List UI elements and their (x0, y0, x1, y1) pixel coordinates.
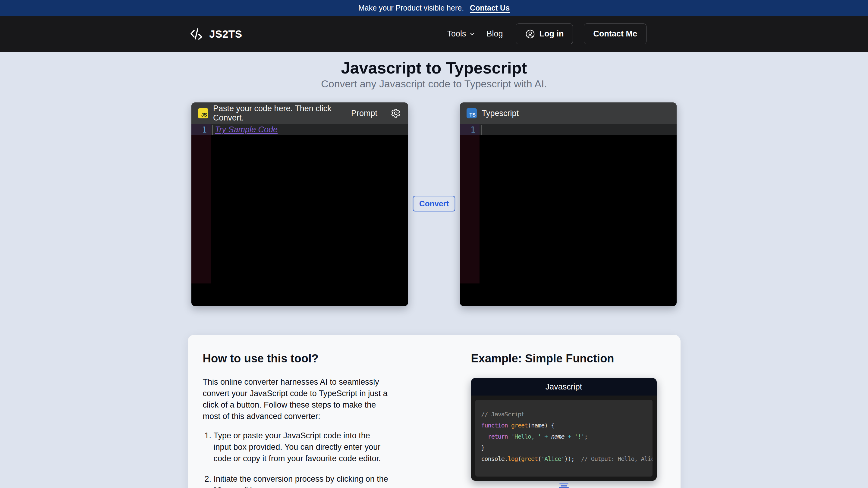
ts-panel-title: Typescript (482, 109, 519, 118)
how-to-title: How to use this tool? (203, 351, 390, 366)
login-label: Log in (539, 29, 564, 38)
how-to-step: Initiate the conversion process by click… (214, 473, 390, 488)
js-active-line: Try Sample Code (211, 124, 408, 135)
how-to-step: Type or paste your JavaScript code into … (214, 430, 390, 464)
code-brackets-icon (189, 27, 204, 41)
contact-me-button[interactable]: Contact Me (584, 24, 647, 44)
how-to-column: How to use this tool? This online conver… (203, 351, 390, 488)
typescript-icon: TS (467, 108, 477, 119)
page-title: Javascript to Typescript (0, 59, 868, 77)
chevron-down-icon (469, 31, 475, 37)
how-to-intro: This online converter harnesses AI to se… (203, 376, 390, 422)
text-cursor (212, 125, 213, 135)
example-code: // JavaScriptfunction greet(name) { retu… (475, 400, 652, 477)
ts-editor-gutter: 1 (460, 124, 479, 284)
example-title: Example: Simple Function (471, 351, 665, 366)
converter-section: JS Paste your code here. Then click Conv… (191, 102, 677, 306)
ts-line-number: 1 (460, 124, 479, 135)
settings-gear-icon[interactable] (391, 108, 401, 119)
javascript-icon: JS (198, 108, 208, 119)
nav-tools[interactable]: Tools (447, 29, 475, 38)
page-subtitle: Convert any Javascript code to Typescrip… (0, 77, 868, 90)
js-editor-gutter: 1 (191, 124, 211, 284)
ts-editor-footer (460, 284, 677, 306)
promo-message: Make your Product visible here. (358, 4, 464, 12)
js-editor-footer (191, 284, 408, 306)
convert-button[interactable]: Convert (413, 196, 456, 212)
ts-active-line (479, 124, 677, 135)
icon-under-wrap (471, 483, 657, 488)
promo-banner: Make your Product visible here. Contact … (0, 0, 868, 16)
try-sample-code-link[interactable]: Try Sample Code (215, 125, 278, 134)
brand-logo[interactable]: JS2TS (189, 27, 242, 41)
js-line-number: 1 (191, 124, 211, 135)
ts-editor-content[interactable] (479, 124, 677, 284)
promo-contact-us-link[interactable]: Contact Us (470, 4, 510, 12)
example-column: Example: Simple Function Javascript // J… (471, 351, 665, 488)
header-nav: Tools Blog Log in Contact Me (447, 24, 647, 44)
ts-code-editor[interactable]: 1 (460, 124, 677, 284)
nav-blog[interactable]: Blog (487, 29, 503, 38)
user-circle-icon (525, 29, 535, 39)
blue-lines-icon (559, 483, 569, 488)
example-code-card-body: // JavaScriptfunction greet(name) { retu… (471, 395, 657, 481)
js-panel-title: Paste your code here. Then click Convert… (213, 104, 341, 123)
js-input-panel: JS Paste your code here. Then click Conv… (191, 102, 408, 306)
brand-name: JS2TS (209, 28, 242, 40)
example-code-card-title: Javascript (471, 378, 657, 395)
example-code-card: Javascript // JavaScriptfunction greet(n… (471, 378, 657, 481)
js-code-editor[interactable]: 1 Try Sample Code (191, 124, 408, 284)
ts-panel-header: TS Typescript (460, 102, 677, 124)
ts-output-panel: TS Typescript 1 (460, 102, 677, 306)
nav-tools-label: Tools (447, 29, 466, 38)
js-editor-content[interactable]: Try Sample Code (211, 124, 408, 284)
site-header: JS2TS Tools Blog Log in Contact Me (0, 16, 868, 52)
text-cursor (481, 125, 482, 135)
prompt-button[interactable]: Prompt (351, 109, 377, 118)
how-to-steps: Type or paste your JavaScript code into … (203, 430, 390, 488)
js-panel-header: JS Paste your code here. Then click Conv… (191, 102, 408, 124)
info-card: How to use this tool? This online conver… (188, 335, 681, 488)
login-button[interactable]: Log in (516, 24, 573, 44)
